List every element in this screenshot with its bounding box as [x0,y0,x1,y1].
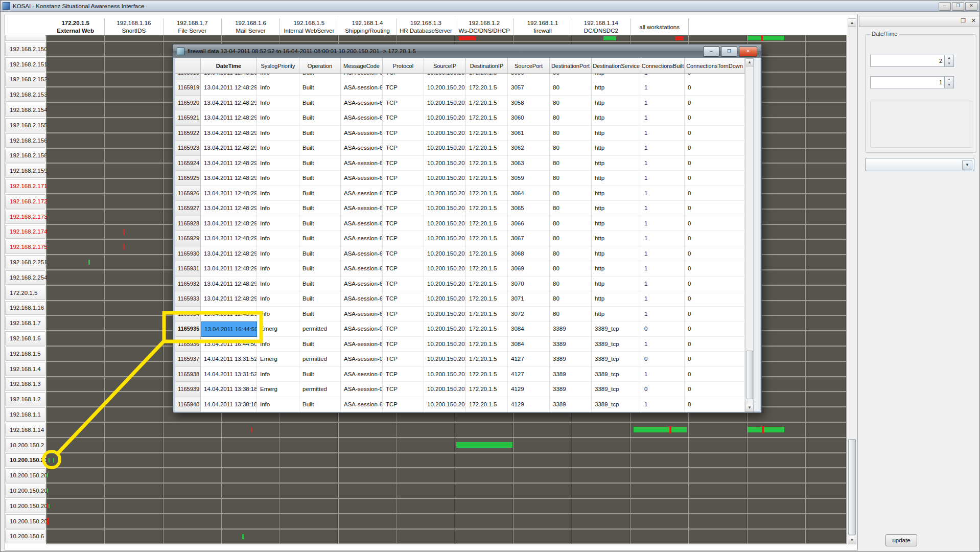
row-label-10.200.150.207[interactable]: 10.200.150.207 [5,484,45,498]
matrix-cell[interactable] [339,453,396,468]
matrix-cell-partial[interactable] [339,35,396,41]
table-cell[interactable]: 10.200.150.201 [424,80,466,96]
matrix-cell[interactable] [105,255,162,269]
table-cell[interactable]: 1 [641,291,685,307]
table-row-id-1165933[interactable]: 1165933 [175,291,201,307]
matrix-cell[interactable] [689,499,746,513]
matrix-cell[interactable] [46,331,104,346]
table-cell[interactable]: ASA-session-6-... [341,231,383,246]
matrix-cell[interactable] [689,453,746,468]
dialog-close-button[interactable]: ✕ [739,47,757,57]
matrix-cell-partial[interactable] [514,35,571,41]
table-cell[interactable]: 80 [550,261,592,277]
matrix-cell[interactable] [280,514,338,528]
matrix-cell[interactable] [806,103,846,117]
table-cell[interactable]: 13.04.2011 12:48:29 [201,186,257,201]
table-cell[interactable]: 3060 [508,110,550,126]
matrix-cell[interactable] [164,499,221,513]
matrix-cell[interactable] [105,57,162,72]
table-cell[interactable]: TCP [383,110,424,126]
matrix-cell-partial[interactable] [806,35,846,41]
table-cell[interactable]: 3389_tcp [592,337,641,352]
matrix-cell[interactable] [806,530,846,544]
table-cell[interactable]: TCP [383,156,424,171]
table-row-id-1165921[interactable]: 1165921 [175,110,201,126]
table-cell[interactable]: Emerg [257,321,299,337]
matrix-cell[interactable] [339,438,396,452]
table-cell[interactable]: TCP [383,74,424,80]
column-header-file-server[interactable]: 192.168.1.7File Server [164,18,222,35]
table-cell[interactable]: Info [257,110,299,126]
table-header-connectionstorndown[interactable]: ConnectionsTornDown [685,58,745,74]
column-header-firewall[interactable]: 192.168.1.1firewall [514,18,572,35]
matrix-cell[interactable] [105,73,162,87]
table-cell[interactable]: 0 [685,261,745,277]
matrix-cell[interactable] [46,149,104,163]
table-cell[interactable]: 172.20.1.5 [466,352,508,367]
matrix-cell[interactable] [514,453,571,468]
table-cell[interactable]: 3064 [508,186,550,201]
table-header-rowid[interactable] [175,58,201,74]
matrix-cell[interactable] [46,499,104,513]
table-cell[interactable]: 1165918 [175,74,201,80]
table-cell[interactable]: 13.04.2011 12:48:29 [201,261,257,277]
matrix-cell[interactable] [46,255,104,269]
table-cell[interactable]: 80 [550,291,592,307]
table-cell[interactable]: http [592,246,641,262]
table-cell[interactable]: 3389 [550,352,592,367]
table-cell[interactable]: 13.04.2011 12:48:29 [201,80,257,96]
table-cell[interactable]: 3084 [508,321,550,337]
table-cell[interactable]: 172.20.1.5 [466,307,508,322]
chevron-down-icon[interactable]: ▼ [962,160,972,170]
matrix-cell[interactable] [164,453,221,468]
matrix-cell[interactable] [222,530,279,544]
scroll-up-icon[interactable]: ▲ [848,18,856,27]
table-cell[interactable]: ASA-session-6-... [341,246,383,262]
matrix-cell[interactable] [105,423,162,437]
row-label-10.200.150.206[interactable]: 10.200.150.206 [5,468,45,482]
matrix-cell[interactable] [514,530,571,544]
table-cell[interactable]: http [592,201,641,216]
table-cell[interactable]: 3389_tcp [592,367,641,382]
table-cell[interactable]: 0 [641,352,685,367]
matrix-cell[interactable] [806,392,846,406]
row-label-10.200.150.201[interactable]: 10.200.150.201 [5,453,45,468]
table-cell[interactable]: 4129 [508,382,550,397]
matrix-cell[interactable] [455,453,513,468]
row-label-192.168.1.5[interactable]: 192.168.1.5 [5,347,45,361]
matrix-cell[interactable] [806,240,846,254]
matrix-cell[interactable] [46,438,104,452]
table-cell[interactable]: 3389 [550,337,592,352]
matrix-cell[interactable] [46,225,104,239]
matrix-cell[interactable] [105,530,162,544]
table-cell[interactable]: 10.200.150.201 [424,367,466,382]
matrix-cell[interactable] [105,438,162,452]
table-cell[interactable]: 3070 [508,277,550,292]
matrix-cell[interactable] [339,468,396,482]
row-label-192.168.1.7[interactable]: 192.168.1.7 [5,316,45,330]
spin-up-icon[interactable]: ▲ [945,77,953,82]
matrix-cell[interactable] [455,484,513,498]
table-cell[interactable]: 13.04.2011 12:48:29 [201,171,257,186]
matrix-cell[interactable] [806,87,846,102]
matrix-cell[interactable] [806,73,846,87]
maximize-button[interactable]: ❐ [952,2,964,11]
table-cell[interactable]: 3061 [508,126,550,141]
table-cell[interactable]: http [592,171,641,186]
matrix-cell[interactable] [806,57,846,72]
matrix-cell[interactable] [46,179,104,193]
table-cell[interactable]: Info [257,231,299,246]
table-header-connectionsbuilt[interactable]: ConnectionsBuilt [641,58,685,74]
table-cell[interactable]: 1 [641,246,685,262]
table-header-datetime[interactable]: DateTime [201,58,257,74]
table-cell[interactable]: 172.20.1.5 [466,110,508,126]
matrix-cell[interactable] [105,453,162,468]
table-cell[interactable]: http [592,80,641,96]
row-label-192.168.2.175[interactable]: 192.168.2.175 [5,240,45,254]
matrix-cell[interactable] [105,499,162,513]
table-cell[interactable]: 80 [550,186,592,201]
selected-datetime-cell[interactable]: 13.04.2011 16:44:50 [201,321,257,337]
table-cell[interactable]: 10.200.150.201 [424,307,466,322]
row-label-192.168.1.14[interactable]: 192.168.1.14 [5,423,45,437]
table-cell[interactable]: 14.04.2011 13:31:52 [201,352,257,367]
